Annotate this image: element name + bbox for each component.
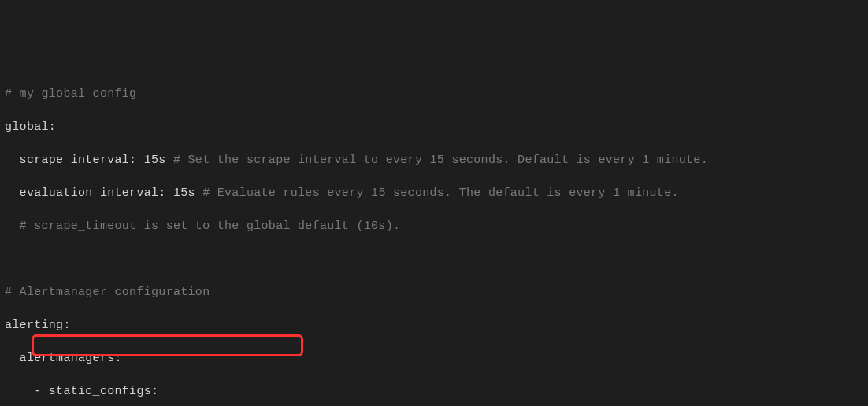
yaml-pair: evaluation_interval: 15s — [5, 186, 202, 200]
comment-text: # Evaluate rules every 15 seconds. The d… — [202, 186, 679, 200]
yaml-key: alerting: — [5, 319, 71, 332]
yaml-pair: scrape_interval: 15s — [5, 153, 173, 167]
comment-text: # scrape_timeout is set to the global de… — [5, 220, 400, 233]
comment-text: # Set the scrape interval to every 15 se… — [173, 153, 708, 167]
code-editor-content[interactable]: # my global config global: scrape_interv… — [0, 69, 868, 406]
code-line: evaluation_interval: 15s # Evaluate rule… — [0, 185, 868, 201]
code-line: - static_configs: — [0, 383, 868, 400]
code-line: global: — [0, 119, 868, 135]
code-line: scrape_interval: 15s # Set the scrape in… — [0, 152, 868, 168]
code-line: alertmanagers: — [0, 350, 868, 367]
code-line: alerting: — [0, 317, 868, 334]
comment-text: # Alertmanager configuration — [5, 286, 210, 299]
yaml-key: - static_configs: — [5, 385, 158, 398]
code-line: # scrape_timeout is set to the global de… — [0, 218, 868, 234]
code-line: # Alertmanager configuration — [0, 284, 868, 301]
yaml-key: alertmanagers: — [5, 352, 122, 365]
code-line — [0, 251, 868, 268]
code-line: # my global config — [0, 86, 868, 102]
yaml-key: global: — [5, 120, 56, 134]
comment-text: # my global config — [5, 87, 136, 101]
